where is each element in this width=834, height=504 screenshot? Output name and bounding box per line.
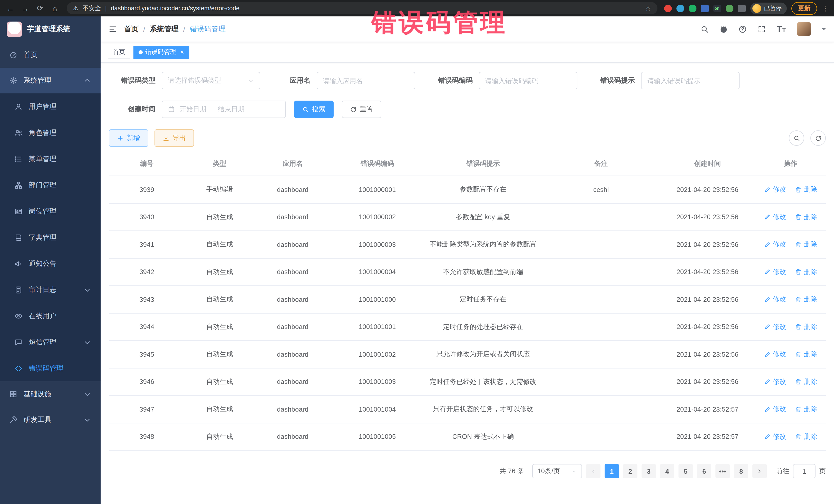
goto-suffix: 页 xyxy=(819,466,826,476)
page-size-select[interactable]: 10条/页 xyxy=(532,464,582,478)
edit-link[interactable]: 修改 xyxy=(764,294,786,304)
sidebar-item-system[interactable]: 系统管理 xyxy=(0,68,101,93)
delete-link[interactable]: 删除 xyxy=(795,322,817,331)
delete-link[interactable]: 删除 xyxy=(795,294,817,304)
sidebar-item-error-code-mgmt[interactable]: 错误码管理 xyxy=(0,355,101,381)
back-icon[interactable]: ← xyxy=(5,4,15,13)
sidebar-item-online-users[interactable]: 在线用户 xyxy=(0,303,101,329)
home-icon[interactable]: ⌂ xyxy=(50,4,60,13)
sidebar-item-infrastructure[interactable]: 基础设施 xyxy=(0,381,101,407)
tab-home[interactable]: 首页 xyxy=(108,45,130,59)
edit-link[interactable]: 修改 xyxy=(764,377,786,386)
refresh-icon xyxy=(815,135,821,141)
search-icon[interactable] xyxy=(701,25,709,33)
next-page-button[interactable] xyxy=(752,464,767,478)
delete-link[interactable]: 删除 xyxy=(795,185,817,194)
sidebar-item-notice[interactable]: 通知公告 xyxy=(0,250,101,277)
browser-profile-badge[interactable]: 已暂停 xyxy=(750,2,787,14)
delete-link[interactable]: 删除 xyxy=(795,377,817,386)
delete-link[interactable]: 删除 xyxy=(795,267,817,277)
browser-menu-icon[interactable]: ⋮ xyxy=(822,4,829,12)
delete-link[interactable]: 删除 xyxy=(795,432,817,441)
delete-link[interactable]: 删除 xyxy=(795,350,817,359)
page-button-6[interactable]: 6 xyxy=(697,464,711,478)
user-avatar[interactable] xyxy=(797,22,811,36)
page-button-5[interactable]: 5 xyxy=(679,464,693,478)
help-icon[interactable] xyxy=(739,25,747,33)
cell-id: 3948 xyxy=(109,423,185,451)
page-button-2[interactable]: 2 xyxy=(623,464,637,478)
close-icon[interactable]: × xyxy=(180,49,184,56)
app-name-input[interactable] xyxy=(317,72,415,89)
edit-link[interactable]: 修改 xyxy=(764,432,786,441)
sidebar-item-label: 部门管理 xyxy=(29,180,57,190)
book-icon xyxy=(14,233,23,241)
tab-error-code[interactable]: 错误码管理 × xyxy=(133,45,189,59)
sidebar-item-role-mgmt[interactable]: 角色管理 xyxy=(0,119,101,146)
refresh-button[interactable] xyxy=(810,130,826,146)
extension-icon-drop[interactable] xyxy=(676,4,684,12)
goto-page-input[interactable] xyxy=(793,464,815,478)
edit-link[interactable]: 修改 xyxy=(764,322,786,331)
sidebar-item-audit-log[interactable]: 审计日志 xyxy=(0,277,101,303)
error-msg-input[interactable] xyxy=(641,72,740,89)
edit-link[interactable]: 修改 xyxy=(764,240,786,249)
address-bar[interactable]: ⚠ 不安全 | dashboard.yudao.iocoder.cn/syste… xyxy=(67,2,657,14)
delete-link[interactable]: 删除 xyxy=(795,212,817,221)
export-button[interactable]: 导出 xyxy=(154,129,194,147)
fullscreen-icon[interactable] xyxy=(758,25,766,33)
add-button[interactable]: 新增 xyxy=(109,129,148,147)
search-toggle-button[interactable] xyxy=(789,130,804,146)
breadcrumb-home[interactable]: 首页 xyxy=(124,24,138,34)
edit-link[interactable]: 修改 xyxy=(764,350,786,359)
error-code-input[interactable] xyxy=(479,72,577,89)
delete-link[interactable]: 删除 xyxy=(795,240,817,249)
extension-icon-record[interactable] xyxy=(664,4,672,12)
pagination-ellipsis[interactable]: ••• xyxy=(716,464,730,478)
sidebar-item-menu-mgmt[interactable]: 菜单管理 xyxy=(0,146,101,172)
forward-icon[interactable]: → xyxy=(20,4,30,13)
sidebar-item-dict-mgmt[interactable]: 字典管理 xyxy=(0,224,101,250)
sidebar-item-home[interactable]: 首页 xyxy=(0,42,101,68)
caret-down-icon[interactable] xyxy=(822,28,826,32)
edit-icon xyxy=(764,186,771,193)
sidebar-item-label: 字典管理 xyxy=(29,233,57,242)
breadcrumb-system[interactable]: 系统管理 xyxy=(150,24,179,34)
prev-page-button[interactable] xyxy=(586,464,600,478)
sidebar-item-user-mgmt[interactable]: 用户管理 xyxy=(0,93,101,119)
date-range-picker[interactable]: 开始日期 - 结束日期 xyxy=(162,101,286,118)
hamburger-icon[interactable] xyxy=(109,25,117,33)
pagination-bar: 共 76 条 10条/页 1 2 3 4 5 6 ••• 8 xyxy=(109,464,826,489)
page-button-8[interactable]: 8 xyxy=(734,464,748,478)
button-label: 新增 xyxy=(127,133,140,143)
extension-icon-leaf[interactable] xyxy=(725,4,733,12)
online-users-icon xyxy=(14,312,23,320)
edit-link[interactable]: 修改 xyxy=(764,185,786,194)
extension-icon-grid[interactable] xyxy=(701,4,708,12)
cell-time: 2021-04-20 23:52:56 xyxy=(659,203,755,231)
extensions-puzzle-icon[interactable] xyxy=(738,4,745,12)
star-icon[interactable]: ☆ xyxy=(645,4,651,12)
extension-icon-green[interactable] xyxy=(688,4,696,12)
edit-link[interactable]: 修改 xyxy=(764,212,786,221)
browser-update-button[interactable]: 更新 xyxy=(791,2,817,15)
sidebar-item-dept-mgmt[interactable]: 部门管理 xyxy=(0,172,101,198)
page-button-3[interactable]: 3 xyxy=(641,464,656,478)
app-logo[interactable]: 芋道管理系统 xyxy=(0,17,101,42)
github-icon[interactable] xyxy=(720,25,728,33)
sidebar-item-sms-mgmt[interactable]: 短信管理 xyxy=(0,329,101,355)
delete-link[interactable]: 删除 xyxy=(795,404,817,414)
page-button-1[interactable]: 1 xyxy=(605,464,619,478)
sidebar-item-devtools[interactable]: 研发工具 xyxy=(0,407,101,433)
edit-link[interactable]: 修改 xyxy=(764,404,786,414)
edit-link[interactable]: 修改 xyxy=(764,267,786,277)
extension-icon-on[interactable]: on xyxy=(713,4,721,12)
search-button[interactable]: 搜索 xyxy=(294,101,334,118)
font-size-icon[interactable]: TT xyxy=(777,24,786,34)
error-type-select[interactable]: 请选择错误码类型 xyxy=(162,72,260,89)
sidebar-item-post-mgmt[interactable]: 岗位管理 xyxy=(0,198,101,224)
reload-icon[interactable]: ⟳ xyxy=(35,4,45,13)
edit-icon xyxy=(764,323,771,330)
reset-button[interactable]: 重置 xyxy=(342,101,381,118)
page-button-4[interactable]: 4 xyxy=(660,464,674,478)
